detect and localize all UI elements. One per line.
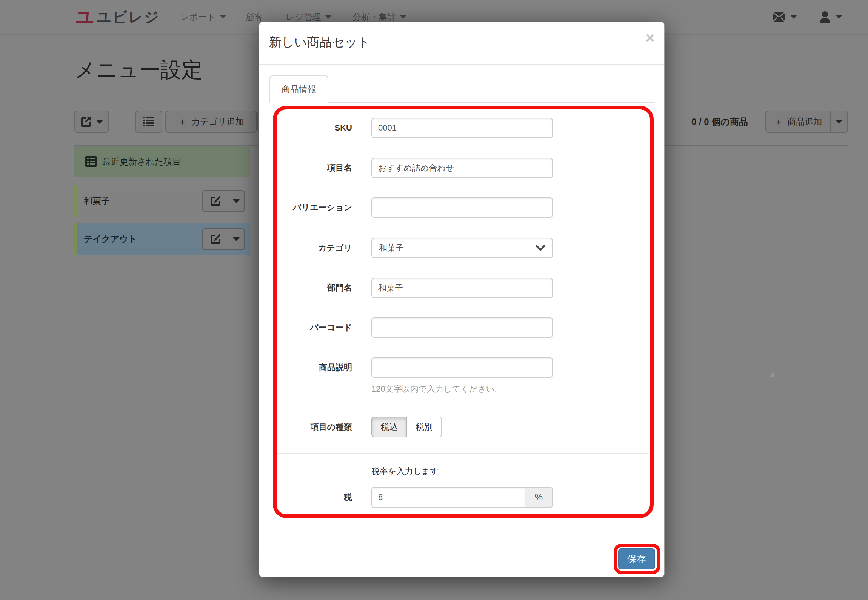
chevron-down-icon: [325, 15, 332, 19]
form-row-department: 部門名: [259, 278, 664, 298]
form-row-description: 商品説明: [259, 357, 664, 378]
field-label: カテゴリ: [267, 238, 352, 258]
form-row-variation: バリエーション: [259, 197, 664, 218]
edit-category-button[interactable]: [202, 190, 229, 212]
share-icon: [80, 116, 92, 128]
selected-option: 和菓子: [379, 242, 404, 254]
add-category-button[interactable]: ＋ カテゴリ追加: [165, 111, 257, 133]
field-label: バーコード: [267, 317, 352, 338]
description-textarea[interactable]: [371, 357, 553, 378]
category-dropdown-toggle[interactable]: [228, 190, 245, 212]
nav-item-label: レポート: [180, 11, 216, 23]
screen: ユ ユビレジ レポート 顧客 レジ管理 分析・集計: [0, 0, 868, 600]
nav-item-register[interactable]: レジ管理: [286, 11, 332, 23]
envelope-icon: [772, 12, 786, 22]
description-hint: 120文字以内で入力してください。: [371, 383, 503, 395]
field-label: 項目名: [267, 158, 352, 178]
brand-logo[interactable]: ユ ユビレジ: [75, 0, 160, 34]
plus-icon: ＋: [178, 116, 186, 128]
add-product-button-group: ＋ 商品追加: [765, 111, 848, 133]
row-actions: [202, 228, 245, 250]
nav-item-reports[interactable]: レポート: [180, 11, 226, 23]
field-label: 項目の種類: [267, 417, 352, 437]
form-row-barcode: バーコード: [259, 317, 664, 338]
item-name-input[interactable]: [371, 158, 553, 178]
list-icon: [143, 117, 154, 127]
list-item-recent[interactable]: 最近更新された項目: [74, 146, 250, 177]
list-item-label: 和菓子: [84, 195, 110, 207]
modal-title: 新しい商品セット: [269, 34, 370, 51]
save-button[interactable]: 保存: [618, 548, 655, 569]
nav-item-analytics[interactable]: 分析・集計: [352, 11, 406, 23]
chevron-down-icon: [220, 15, 226, 19]
close-icon[interactable]: ×: [646, 30, 654, 45]
edit-category-button[interactable]: [202, 228, 229, 250]
account-menu[interactable]: [819, 11, 842, 23]
tab-product-info[interactable]: 商品情報: [269, 75, 328, 103]
chevron-down-icon: [233, 237, 240, 241]
barcode-input[interactable]: [371, 317, 553, 338]
brand-mark-icon: ユ: [75, 8, 94, 26]
brand-name: ユビレジ: [97, 8, 160, 27]
chevron-down-icon: [400, 15, 406, 19]
field-label: SKU: [267, 118, 352, 138]
form-section-divider: [277, 453, 649, 454]
field-label: バリエーション: [267, 197, 352, 218]
edit-icon: [210, 196, 221, 206]
nav-item-label: 顧客: [246, 11, 263, 23]
chevron-down-icon: [836, 120, 842, 124]
form-row-category: カテゴリ 和菓子: [259, 238, 664, 258]
form-row-item-type: 項目の種類 税込 税別: [259, 417, 664, 437]
list-item-wagashi[interactable]: 和菓子: [74, 185, 250, 217]
description-field: [371, 357, 776, 379]
sku-input[interactable]: [371, 118, 553, 138]
tax-included-button[interactable]: 税込: [371, 417, 407, 437]
list-item-takeout[interactable]: テイクアウト: [74, 223, 250, 255]
user-icon: [819, 11, 831, 23]
plus-icon: ＋: [774, 116, 783, 128]
department-input[interactable]: [371, 278, 553, 298]
nav-right: [772, 0, 842, 34]
category-select[interactable]: 和菓子: [371, 238, 553, 258]
products-count: 0 / 0 個の商品: [691, 111, 748, 133]
edit-icon: [210, 234, 221, 245]
nav-item-label: レジ管理: [286, 11, 321, 23]
chevron-down-icon: [836, 15, 842, 19]
add-product-button[interactable]: ＋ 商品追加: [765, 111, 831, 133]
page-title: メニュー設定: [74, 56, 203, 85]
chevron-down-icon: [536, 245, 545, 251]
chevron-down-icon: [790, 15, 797, 19]
form-row-item-name: 項目名: [259, 158, 664, 178]
add-product-dropdown-toggle[interactable]: [830, 111, 848, 133]
percent-addon: %: [525, 487, 553, 508]
nav-item-label: 分析・集計: [352, 11, 396, 23]
chevron-down-icon: [233, 199, 240, 203]
field-label: 税: [267, 487, 352, 508]
modal-header-divider: [259, 64, 664, 65]
nav-item-customers[interactable]: 顧客: [246, 11, 263, 23]
chevron-down-icon: [96, 120, 103, 124]
resize-grip-icon[interactable]: [769, 372, 774, 377]
form-row-tax: 税 %: [259, 487, 664, 508]
category-dropdown-toggle[interactable]: [228, 228, 245, 250]
tax-rate-group: %: [371, 487, 553, 508]
new-product-set-modal: 新しい商品セット × 商品情報 SKU 項目名 バリエーション カテゴリ 和菓子: [259, 22, 665, 577]
list-view-button[interactable]: [135, 111, 162, 133]
list-alt-icon: [85, 155, 97, 168]
tax-rate-input[interactable]: [371, 487, 525, 508]
form-row-sku: SKU: [259, 118, 664, 138]
modal-footer-divider: [259, 537, 664, 537]
tax-type-toggle: 税込 税別: [371, 417, 442, 437]
tax-excluded-button[interactable]: 税別: [407, 417, 442, 437]
list-item-label: 最近更新された項目: [102, 156, 181, 168]
field-label: 商品説明: [267, 357, 352, 378]
variation-input[interactable]: [371, 197, 553, 218]
field-label: 部門名: [267, 278, 352, 298]
list-item-label: テイクアウト: [84, 233, 137, 245]
messages-menu[interactable]: [772, 12, 797, 22]
add-product-label: 商品追加: [788, 116, 822, 128]
row-actions: [202, 190, 245, 212]
tax-rate-note: 税率を入力します: [371, 466, 439, 477]
export-menu-button[interactable]: [74, 111, 109, 133]
add-category-label: カテゴリ追加: [191, 116, 244, 128]
